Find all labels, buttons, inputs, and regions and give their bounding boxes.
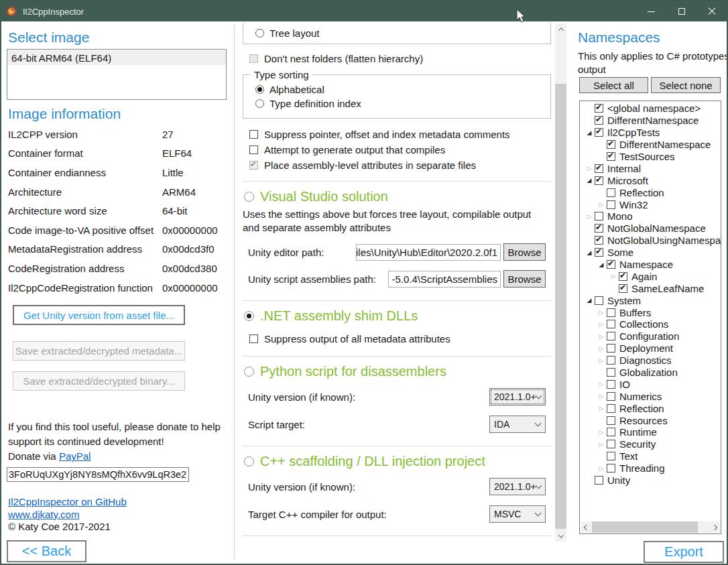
- tree-checkbox[interactable]: [607, 380, 615, 389]
- tree-checkbox[interactable]: [607, 356, 615, 365]
- expand-arrow-icon[interactable]: ▷: [608, 273, 619, 279]
- expand-arrow-icon[interactable]: ▷: [596, 393, 607, 399]
- expand-arrow-icon[interactable]: ▷: [596, 405, 607, 412]
- tree-item[interactable]: Text: [580, 450, 721, 462]
- tree-item[interactable]: NotGlobalUsingNamespace: [580, 235, 721, 247]
- save-metadata-button[interactable]: Save extracted/decrypted metadata...: [13, 341, 185, 361]
- browse-editor-button[interactable]: Browse: [503, 243, 546, 261]
- tree-checkbox[interactable]: [607, 416, 615, 425]
- tree-item[interactable]: ▷Diagnostics: [580, 355, 721, 367]
- tree-layout-radio[interactable]: [255, 29, 264, 38]
- scrollbar-thumb[interactable]: [555, 84, 566, 529]
- vs-radio[interactable]: [244, 192, 254, 202]
- tree-item[interactable]: ▷Win32: [580, 198, 721, 210]
- expand-arrow-icon[interactable]: ▷: [596, 429, 607, 436]
- save-binary-button[interactable]: Save extracted/decrypted binary...: [13, 371, 185, 391]
- tree-checkbox[interactable]: [595, 212, 603, 221]
- expand-arrow-icon[interactable]: ▷: [596, 357, 607, 364]
- close-button[interactable]: [696, 1, 727, 21]
- tree-checkbox[interactable]: [607, 392, 615, 401]
- tree-checkbox[interactable]: [595, 104, 603, 113]
- tree-checkbox[interactable]: [619, 284, 627, 293]
- tree-item[interactable]: <global namespace>: [580, 103, 721, 115]
- tree-checkbox[interactable]: [607, 140, 615, 149]
- separate-files-checkbox[interactable]: [249, 161, 258, 170]
- tree-checkbox[interactable]: [607, 440, 615, 448]
- shim-radio[interactable]: [244, 311, 254, 321]
- collapse-arrow-icon[interactable]: ◢: [584, 177, 595, 184]
- suppress-comments-checkbox[interactable]: [249, 130, 258, 139]
- tree-item[interactable]: TestSources: [580, 151, 721, 163]
- tree-checkbox[interactable]: [595, 164, 603, 173]
- compiles-checkbox[interactable]: [249, 145, 258, 154]
- get-unity-version-button[interactable]: Get Unity version from asset file...: [13, 305, 185, 325]
- type-def-index-radio[interactable]: [255, 99, 264, 108]
- tree-item[interactable]: ▷Again: [580, 270, 721, 282]
- image-listbox[interactable]: 64-bit ARM64 (ELF64): [7, 49, 227, 100]
- tree-item[interactable]: ▷Internal: [580, 162, 721, 174]
- tree-item[interactable]: NotGlobalNamespace: [580, 223, 721, 235]
- tree-item[interactable]: ▷IO: [580, 378, 721, 390]
- tree-checkbox[interactable]: [595, 128, 603, 137]
- paypal-link[interactable]: PayPal: [59, 450, 91, 462]
- python-unity-version-select[interactable]: 2021.1.0+: [489, 388, 546, 405]
- alphabetical-radio[interactable]: [255, 85, 264, 94]
- expand-arrow-icon[interactable]: ▷: [596, 333, 607, 340]
- collapse-arrow-icon[interactable]: ◢: [584, 129, 595, 136]
- cpp-unity-version-select[interactable]: 2021.1.0+: [489, 478, 546, 495]
- tree-item[interactable]: Reflection: [580, 186, 721, 198]
- tree-checkbox[interactable]: [595, 176, 603, 185]
- back-button[interactable]: << Back: [7, 540, 86, 562]
- tree-checkbox[interactable]: [607, 332, 615, 340]
- tree-item[interactable]: ▷Threading: [580, 462, 721, 475]
- tree-item[interactable]: Resources: [580, 414, 721, 426]
- bitcoin-address-input[interactable]: [7, 467, 189, 482]
- expand-arrow-icon[interactable]: ▷: [584, 213, 595, 220]
- tree-item[interactable]: Unity: [580, 475, 721, 487]
- tree-checkbox[interactable]: [607, 344, 615, 353]
- scroll-up-button[interactable]: [555, 23, 566, 35]
- scroll-down-button[interactable]: [555, 530, 566, 542]
- select-none-button[interactable]: Select none: [651, 77, 721, 93]
- cpp-compiler-select[interactable]: MSVC: [489, 505, 546, 523]
- tree-checkbox[interactable]: [607, 452, 615, 460]
- maximize-button[interactable]: [666, 1, 696, 21]
- expand-arrow-icon[interactable]: ▷: [584, 165, 595, 172]
- tree-item[interactable]: DifferentNamespace: [580, 115, 721, 127]
- suppress-metadata-checkbox[interactable]: [249, 334, 258, 343]
- browse-assemblies-button[interactable]: Browse: [503, 270, 546, 288]
- tree-checkbox[interactable]: [595, 296, 603, 305]
- collapse-arrow-icon[interactable]: ◢: [584, 297, 595, 304]
- tree-item[interactable]: DifferentNamespace: [580, 139, 721, 151]
- tree-checkbox[interactable]: [607, 404, 615, 413]
- minimize-button[interactable]: [636, 1, 666, 21]
- tree-item[interactable]: ▷Deployment: [580, 342, 721, 355]
- tree-item[interactable]: ▷Reflection: [580, 402, 721, 414]
- tree-item[interactable]: ◢Microsoft: [580, 174, 721, 186]
- scrollbar-thumb[interactable]: [592, 521, 698, 533]
- tree-checkbox[interactable]: [607, 368, 615, 377]
- script-target-select[interactable]: IDA: [489, 416, 546, 433]
- tree-checkbox[interactable]: [619, 272, 627, 281]
- options-scrollbar[interactable]: [555, 23, 566, 542]
- select-all-button[interactable]: Select all: [579, 77, 648, 93]
- tree-item[interactable]: ▷Mono: [580, 210, 721, 223]
- tree-checkbox[interactable]: [595, 248, 603, 257]
- tree-item[interactable]: ▷Collections: [580, 318, 721, 330]
- cpp-radio[interactable]: [244, 456, 254, 466]
- tree-checkbox[interactable]: [607, 188, 615, 197]
- website-link[interactable]: www.djkaty.com: [8, 509, 79, 520]
- expand-arrow-icon[interactable]: ▷: [596, 309, 607, 316]
- tree-checkbox[interactable]: [607, 260, 615, 269]
- expand-arrow-icon[interactable]: ▷: [596, 381, 607, 387]
- tree-checkbox[interactable]: [595, 224, 603, 233]
- scroll-left-button[interactable]: [581, 521, 592, 533]
- tree-item[interactable]: ◢Namespace: [580, 259, 721, 271]
- export-button[interactable]: Export: [644, 541, 724, 563]
- tree-item[interactable]: ▷Numerics: [580, 390, 721, 402]
- image-list-item[interactable]: 64-bit ARM64 (ELF64): [7, 50, 226, 65]
- python-radio[interactable]: [244, 367, 254, 377]
- tree-checkbox[interactable]: [607, 152, 615, 161]
- tree-checkbox[interactable]: [595, 476, 603, 485]
- tree-item[interactable]: ▷Buffers: [580, 306, 721, 318]
